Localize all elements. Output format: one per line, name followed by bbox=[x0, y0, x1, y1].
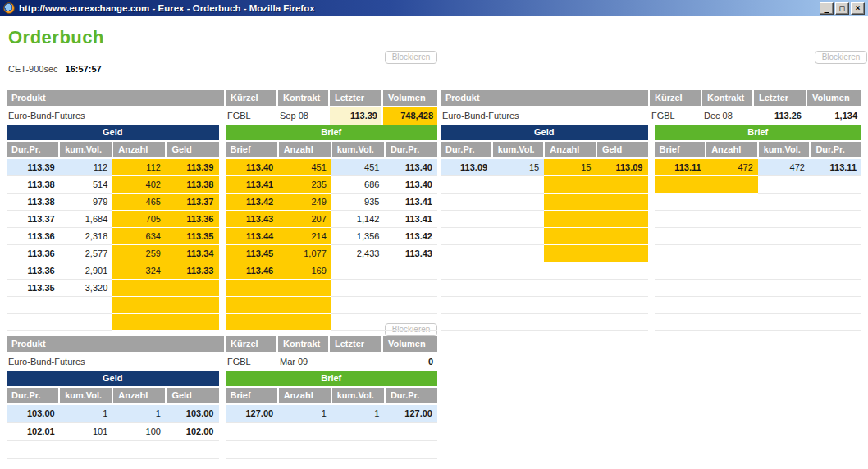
bid-half: 113.371,684705113.36 bbox=[7, 211, 219, 228]
interval-label: CET-900sec bbox=[8, 64, 58, 74]
bid-cell: 103.00 bbox=[166, 405, 219, 423]
ask-cell: 113.11 bbox=[655, 159, 706, 176]
ask-half: 113.41235686113.40 bbox=[226, 176, 438, 194]
bid-subheaders: Dur.Pr.kum.Vol.AnzahlGeld bbox=[7, 142, 219, 157]
window-title: http://www.eurexchange.com - Eurex - Ord… bbox=[19, 3, 816, 13]
orderbook-header-row: Produkt Kürzel Kontrakt Letzter Volumen bbox=[441, 90, 861, 106]
subheader-kumvol: kum.Vol. bbox=[60, 388, 112, 403]
page-title: Orderbuch bbox=[8, 27, 104, 48]
bid-cell bbox=[544, 262, 596, 280]
bid-cell: 100 bbox=[112, 423, 166, 441]
bid-section-header: Geld bbox=[7, 125, 219, 140]
bid-half: 113.091515113.09 bbox=[441, 159, 648, 176]
ask-cell bbox=[706, 176, 758, 194]
bid-cell bbox=[596, 211, 647, 228]
bid-cell: 101 bbox=[60, 423, 113, 441]
ask-cell bbox=[810, 280, 861, 297]
volume-value: 1,134 bbox=[807, 107, 861, 125]
window-titlebar[interactable]: http://www.eurexchange.com - Eurex - Ord… bbox=[0, 0, 868, 16]
bid-cell bbox=[544, 280, 596, 297]
bid-cell: 112 bbox=[60, 159, 113, 176]
order-row bbox=[441, 176, 861, 194]
bid-half: 113.38979465113.37 bbox=[7, 194, 219, 211]
product-contract: Dec 08 bbox=[702, 107, 752, 125]
col-header-produkt: Produkt bbox=[7, 90, 224, 106]
bid-cell bbox=[544, 245, 596, 262]
bid-cell bbox=[596, 176, 647, 194]
ask-cell bbox=[384, 280, 437, 297]
subheader-anzahl: Anzahl bbox=[706, 142, 757, 157]
orderbook-dec08: Produkt Kürzel Kontrakt Letzter Volumen … bbox=[441, 90, 861, 331]
ask-cell: 451 bbox=[278, 159, 331, 176]
subheader-anzahl: Anzahl bbox=[279, 388, 331, 403]
subheader-anzahl: Anzahl bbox=[545, 142, 596, 157]
bid-cell bbox=[60, 314, 113, 331]
minimize-button[interactable]: _ bbox=[820, 2, 834, 15]
product-symbol: FGBL bbox=[226, 353, 276, 371]
block-button-top-right[interactable]: Blockieren bbox=[815, 51, 867, 64]
bid-cell bbox=[441, 280, 492, 297]
ask-cell bbox=[655, 211, 706, 228]
bid-cell: 2,318 bbox=[60, 228, 113, 245]
maximize-button[interactable]: □ bbox=[835, 2, 849, 15]
bid-half: 113.353,320 bbox=[7, 280, 219, 297]
bid-cell bbox=[60, 297, 113, 314]
bid-cell bbox=[441, 314, 492, 331]
ask-cell: 451 bbox=[331, 159, 385, 176]
ask-cell: 113.43 bbox=[226, 211, 279, 228]
orderbook-rows: 103.0011103.00127.0011127.00102.01101100… bbox=[7, 405, 437, 469]
ask-half: 113.11472472113.11 bbox=[655, 159, 862, 176]
ask-cell: 113.41 bbox=[226, 176, 279, 194]
ask-cell bbox=[706, 228, 758, 245]
ask-cell bbox=[706, 297, 758, 314]
col-header-kontrakt: Kontrakt bbox=[702, 90, 752, 106]
bid-cell: 634 bbox=[112, 228, 166, 245]
ask-cell bbox=[706, 262, 758, 280]
ask-cell: 113.40 bbox=[384, 159, 437, 176]
ask-cell bbox=[706, 245, 758, 262]
bid-cell: 1 bbox=[112, 405, 166, 423]
bid-cell: 113.39 bbox=[166, 159, 219, 176]
close-button[interactable]: × bbox=[851, 2, 865, 15]
bid-half bbox=[7, 314, 219, 331]
order-row: 113.362,901324113.33113.46169 bbox=[7, 262, 437, 280]
ask-half bbox=[226, 314, 438, 331]
bid-cell bbox=[492, 228, 544, 245]
orderbook-header-row: Produkt Kürzel Kontrakt Letzter Volumen bbox=[7, 90, 437, 106]
order-row bbox=[7, 459, 437, 469]
subheader-geld: Geld bbox=[167, 142, 218, 157]
ask-cell: 113.42 bbox=[384, 228, 437, 245]
bid-cell bbox=[441, 245, 492, 262]
order-row: 113.362,577259113.34113.451,0772,433113.… bbox=[7, 245, 437, 262]
ask-cell bbox=[758, 297, 810, 314]
ask-cell bbox=[655, 176, 706, 194]
ask-cell bbox=[758, 262, 810, 280]
subheader-anzahl: Anzahl bbox=[113, 388, 165, 403]
order-row: 113.39112112113.39113.40451451113.40 bbox=[7, 159, 437, 176]
ask-cell bbox=[810, 297, 861, 314]
bid-section-header: Geld bbox=[7, 371, 219, 386]
product-row: Euro-Bund-Futures FGBL Dec 08 113.26 1,1… bbox=[441, 107, 861, 125]
bid-cell: 259 bbox=[112, 245, 166, 262]
subheader-durpr: Dur.Pr. bbox=[811, 142, 861, 157]
bid-cell: 3,320 bbox=[60, 280, 113, 297]
bid-cell bbox=[492, 314, 544, 331]
ask-half: 113.442141,356113.42 bbox=[226, 228, 438, 245]
ask-cell: 935 bbox=[331, 194, 385, 211]
bid-cell bbox=[596, 280, 647, 297]
block-button-top-left[interactable]: Blockieren bbox=[385, 51, 437, 64]
ask-cell: 113.41 bbox=[384, 211, 437, 228]
bid-cell bbox=[596, 245, 647, 262]
bid-cell: 113.09 bbox=[441, 159, 492, 176]
product-symbol: FGBL bbox=[226, 107, 276, 125]
bid-cell bbox=[544, 228, 596, 245]
firefox-icon bbox=[3, 2, 15, 14]
ask-cell: 113.11 bbox=[810, 159, 861, 176]
ask-cell bbox=[226, 297, 279, 314]
bid-cell bbox=[166, 297, 219, 314]
bid-cell: 113.35 bbox=[7, 280, 60, 297]
ask-cell bbox=[278, 423, 331, 441]
order-row: 113.362,318634113.35113.442141,356113.42 bbox=[7, 228, 437, 245]
last-price: 113.39 bbox=[330, 107, 381, 125]
ask-cell bbox=[655, 280, 706, 297]
